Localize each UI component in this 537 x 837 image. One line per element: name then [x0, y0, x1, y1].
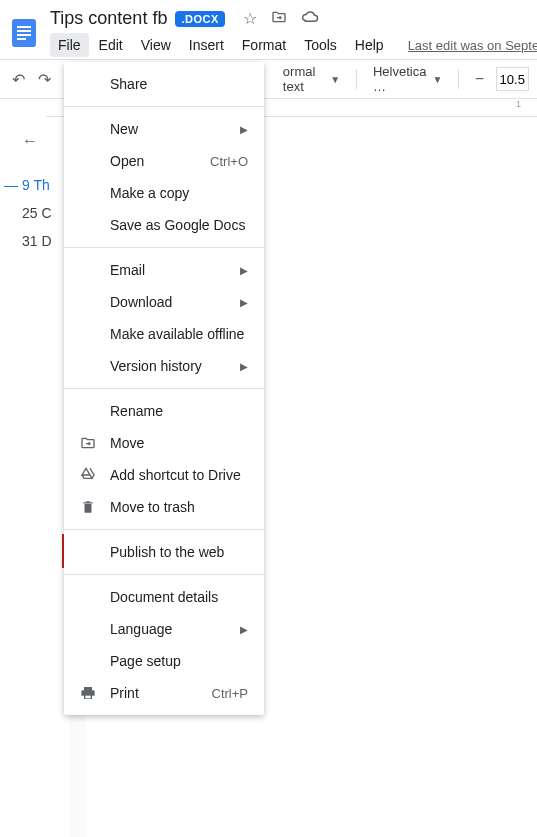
- submenu-arrow-icon: ▶: [240, 265, 248, 276]
- menu-item-share[interactable]: Share: [64, 68, 264, 100]
- menu-help[interactable]: Help: [347, 33, 392, 57]
- font-size-input[interactable]: 10.5: [496, 67, 529, 91]
- menu-item-add-shortcut-to-drive[interactable]: Add shortcut to Drive: [64, 459, 264, 491]
- submenu-arrow-icon: ▶: [240, 297, 248, 308]
- last-edit[interactable]: Last edit was on Septe: [408, 38, 537, 53]
- print-icon: [78, 683, 98, 703]
- menu-item-label: Open: [110, 153, 144, 169]
- menu-item-label: Version history: [110, 358, 202, 374]
- menu-item-email[interactable]: Email▶: [64, 254, 264, 286]
- menu-view[interactable]: View: [133, 33, 179, 57]
- menu-item-language[interactable]: Language▶: [64, 613, 264, 645]
- menu-item-label: New: [110, 121, 138, 137]
- menu-file[interactable]: File: [50, 33, 89, 57]
- menu-item-label: Page setup: [110, 653, 181, 669]
- menubar: File Edit View Insert Format Tools Help …: [50, 33, 537, 57]
- svg-rect-1: [17, 26, 31, 28]
- menu-item-document-details[interactable]: Document details: [64, 581, 264, 613]
- svg-rect-5: [85, 696, 90, 699]
- submenu-arrow-icon: ▶: [240, 124, 248, 135]
- menu-item-label: Language: [110, 621, 172, 637]
- menu-separator: [64, 529, 264, 530]
- menu-item-label: Print: [110, 685, 139, 701]
- svg-rect-0: [12, 19, 36, 47]
- paragraph-style-select[interactable]: ormal text ▼: [277, 64, 346, 94]
- menu-edit[interactable]: Edit: [91, 33, 131, 57]
- docs-logo[interactable]: [6, 13, 42, 53]
- separator: [356, 69, 357, 89]
- dropdown-arrow-icon: ▼: [432, 74, 442, 85]
- menu-item-label: Rename: [110, 403, 163, 419]
- menu-item-download[interactable]: Download▶: [64, 286, 264, 318]
- document-outline: ← 9 Th 25 C 31 D: [0, 117, 70, 837]
- menu-separator: [64, 106, 264, 107]
- menu-item-label: Move: [110, 435, 144, 451]
- separator: [458, 69, 459, 89]
- menu-item-move[interactable]: Move: [64, 427, 264, 459]
- folder-move-icon: [78, 433, 98, 453]
- docx-badge: .DOCX: [175, 11, 224, 27]
- drive-shortcut-icon: [78, 465, 98, 485]
- outline-item[interactable]: 25 C: [4, 199, 66, 227]
- menu-item-label: Email: [110, 262, 145, 278]
- move-folder-icon[interactable]: [271, 9, 287, 29]
- menu-item-label: Add shortcut to Drive: [110, 467, 241, 483]
- svg-rect-2: [17, 30, 31, 32]
- doc-title[interactable]: Tips content fb: [50, 8, 167, 29]
- paragraph-style-label: ormal text: [283, 64, 324, 94]
- submenu-arrow-icon: ▶: [240, 361, 248, 372]
- menu-item-rename[interactable]: Rename: [64, 395, 264, 427]
- menu-insert[interactable]: Insert: [181, 33, 232, 57]
- menu-item-save-as-google-docs[interactable]: Save as Google Docs: [64, 209, 264, 241]
- menu-item-version-history[interactable]: Version history▶: [64, 350, 264, 382]
- menu-shortcut: Ctrl+O: [210, 154, 248, 169]
- svg-rect-4: [17, 38, 26, 40]
- menu-separator: [64, 388, 264, 389]
- star-icon[interactable]: ☆: [243, 9, 257, 29]
- menu-item-make-available-offline[interactable]: Make available offline: [64, 318, 264, 350]
- menu-separator: [64, 574, 264, 575]
- outline-item[interactable]: 31 D: [4, 227, 66, 255]
- menu-tools[interactable]: Tools: [296, 33, 345, 57]
- menu-format[interactable]: Format: [234, 33, 294, 57]
- menu-item-print[interactable]: PrintCtrl+P: [64, 677, 264, 709]
- menu-item-publish-to-the-web[interactable]: Publish to the web: [64, 536, 264, 568]
- menu-item-label: Download: [110, 294, 172, 310]
- font-select[interactable]: Helvetica … ▼: [367, 64, 448, 94]
- menu-item-label: Move to trash: [110, 499, 195, 515]
- menu-item-label: Save as Google Docs: [110, 217, 245, 233]
- outline-item[interactable]: 9 Th: [4, 171, 66, 199]
- menu-item-label: Document details: [110, 589, 218, 605]
- svg-rect-3: [17, 34, 31, 36]
- font-label: Helvetica …: [373, 64, 426, 94]
- menu-item-label: Share: [110, 76, 147, 92]
- menu-item-new[interactable]: New▶: [64, 113, 264, 145]
- menu-shortcut: Ctrl+P: [212, 686, 248, 701]
- menu-item-label: Make a copy: [110, 185, 189, 201]
- redo-icon[interactable]: ↷: [34, 66, 54, 92]
- trash-icon: [78, 497, 98, 517]
- menu-item-label: Publish to the web: [110, 544, 224, 560]
- menu-item-label: Make available offline: [110, 326, 244, 342]
- menu-item-open[interactable]: OpenCtrl+O: [64, 145, 264, 177]
- menu-separator: [64, 247, 264, 248]
- submenu-arrow-icon: ▶: [240, 624, 248, 635]
- dropdown-arrow-icon: ▼: [330, 74, 340, 85]
- decrease-font-icon[interactable]: −: [469, 66, 489, 92]
- menu-item-move-to-trash[interactable]: Move to trash: [64, 491, 264, 523]
- menu-item-page-setup[interactable]: Page setup: [64, 645, 264, 677]
- cloud-icon[interactable]: [301, 9, 319, 29]
- undo-icon[interactable]: ↶: [8, 66, 28, 92]
- menu-item-make-a-copy[interactable]: Make a copy: [64, 177, 264, 209]
- outline-back-icon[interactable]: ←: [16, 127, 44, 155]
- file-menu-dropdown: ShareNew▶OpenCtrl+OMake a copySave as Go…: [64, 62, 264, 715]
- ruler-tick: 1: [516, 99, 521, 109]
